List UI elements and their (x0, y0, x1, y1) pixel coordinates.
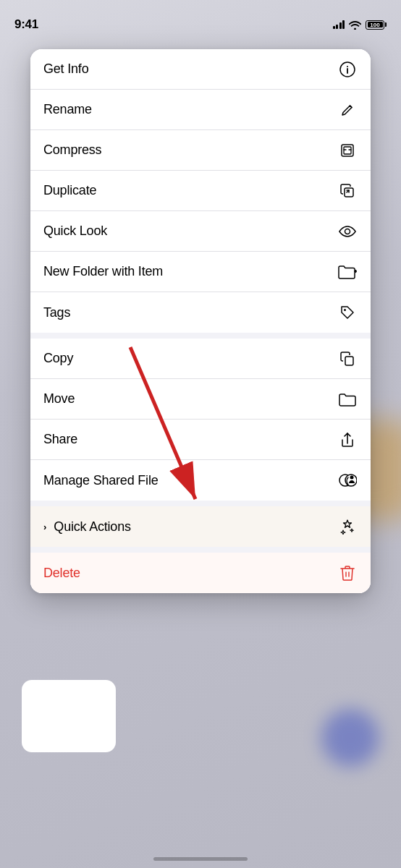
menu-item-move[interactable]: Move (30, 379, 371, 420)
menu-second-section: Copy Move Share (30, 339, 371, 501)
copy-icon (337, 349, 358, 369)
bg-white-card (22, 680, 116, 752)
status-icons: 100 (333, 20, 387, 30)
trash-icon (337, 563, 358, 583)
tag-icon (337, 302, 358, 323)
pencil-icon (337, 100, 358, 120)
menu-divider-1 (30, 333, 371, 339)
menu-item-get-info[interactable]: Get Info (30, 49, 371, 90)
menu-item-quick-look-label: Quick Look (43, 224, 107, 239)
context-menu: Get Info Rename Compress (30, 49, 371, 593)
duplicate-icon (337, 181, 358, 201)
menu-item-share-label: Share (43, 432, 77, 447)
menu-item-new-folder-item[interactable]: New Folder with Item (30, 252, 371, 292)
menu-main-section: Get Info Rename Compress (30, 49, 371, 333)
menu-item-rename-label: Rename (43, 102, 92, 117)
menu-item-copy-label: Copy (43, 351, 73, 366)
status-bar: 9:41 100 (0, 0, 401, 39)
wifi-icon (349, 20, 361, 30)
svg-point-10 (350, 476, 354, 480)
menu-divider-2 (30, 501, 371, 506)
folder-plus-icon (337, 262, 358, 282)
manage-shared-icon (337, 470, 358, 490)
menu-item-new-folder-item-label: New Folder with Item (43, 264, 163, 279)
menu-item-rename[interactable]: Rename (30, 90, 371, 130)
sparkles-icon (337, 516, 358, 537)
menu-item-duplicate[interactable]: Duplicate (30, 171, 371, 211)
menu-item-move-label: Move (43, 391, 75, 407)
menu-item-compress[interactable]: Compress (30, 130, 371, 171)
svg-point-6 (344, 309, 346, 311)
menu-quick-actions-section: › Quick Actions (30, 506, 371, 547)
home-indicator (153, 857, 248, 861)
compress-icon (337, 140, 358, 161)
svg-rect-7 (345, 357, 353, 365)
menu-item-tags-label: Tags (43, 305, 70, 320)
menu-item-manage-shared[interactable]: Manage Shared File (30, 460, 371, 501)
quick-actions-left: › Quick Actions (43, 519, 131, 535)
folder-icon (337, 389, 358, 409)
signal-icon (333, 20, 345, 29)
menu-item-share[interactable]: Share (30, 420, 371, 460)
menu-delete-section: Delete (30, 553, 371, 593)
bg-decoration-2 (321, 709, 379, 767)
menu-item-manage-shared-label: Manage Shared File (43, 473, 159, 488)
chevron-right-icon: › (43, 522, 46, 532)
menu-item-quick-look[interactable]: Quick Look (30, 211, 371, 252)
eye-icon (337, 221, 358, 242)
menu-item-quick-actions-label: Quick Actions (54, 519, 130, 535)
menu-item-compress-label: Compress (43, 142, 101, 158)
status-time: 9:41 (14, 17, 38, 32)
menu-item-delete[interactable]: Delete (30, 553, 371, 593)
menu-item-copy[interactable]: Copy (30, 339, 371, 379)
menu-item-get-info-label: Get Info (43, 61, 88, 77)
share-icon (337, 430, 358, 450)
menu-item-tags[interactable]: Tags (30, 292, 371, 333)
svg-point-5 (345, 229, 350, 234)
menu-item-delete-label: Delete (43, 566, 80, 581)
menu-item-quick-actions[interactable]: › Quick Actions (30, 506, 371, 547)
menu-divider-3 (30, 547, 371, 553)
battery-icon: 100 (366, 20, 387, 30)
svg-point-1 (347, 66, 348, 67)
svg-rect-3 (344, 147, 351, 154)
menu-item-duplicate-label: Duplicate (43, 183, 96, 198)
info-icon (337, 59, 358, 80)
